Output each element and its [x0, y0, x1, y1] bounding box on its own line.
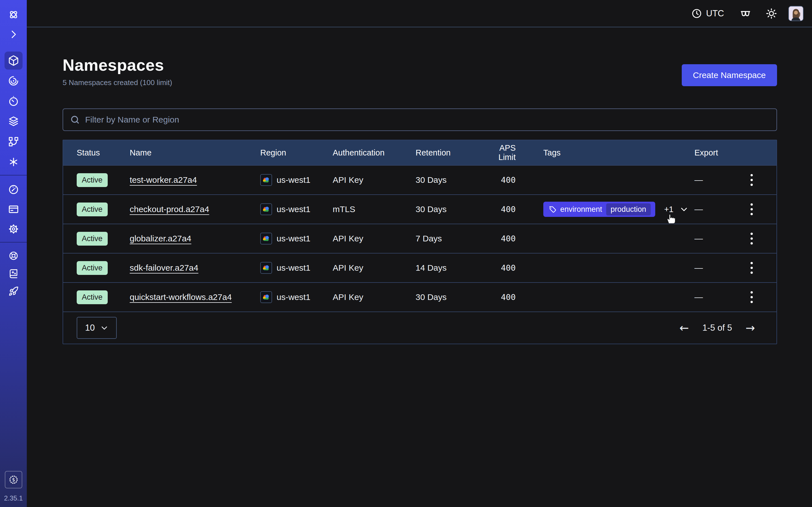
gcp-icon: [260, 291, 272, 303]
chevron-down-icon[interactable]: [680, 205, 688, 214]
billing-card-icon: [8, 204, 19, 215]
app-version: 2.35.1: [0, 494, 27, 502]
status-badge: Active: [77, 203, 108, 216]
theme-toggle-button[interactable]: [765, 7, 778, 20]
book-sparkles-icon: [8, 269, 18, 279]
row-menu-kebab-icon[interactable]: [745, 288, 758, 306]
row-menu-kebab-icon[interactable]: [745, 200, 758, 218]
export-value: —: [695, 175, 737, 185]
table-row: Active checkout-prod.a27a4 us-west1 mTLS…: [63, 194, 776, 224]
gcp-icon: [260, 262, 272, 274]
credits-badge-button[interactable]: $: [5, 471, 22, 489]
status-badge: Active: [77, 232, 108, 245]
cube-icon: [8, 55, 19, 66]
expand-sidebar-chevron-icon[interactable]: [4, 25, 22, 43]
svg-text:$: $: [12, 477, 15, 483]
tags-cell: environment production +1: [543, 202, 695, 217]
filter-bar: [63, 108, 777, 131]
namespaces-table: Status Name Region Authentication Retent…: [63, 140, 777, 344]
sidebar: $ 2.35.1: [0, 0, 27, 507]
page-subtitle: 5 Namespaces created (100 limit): [63, 78, 172, 87]
table-header: Status Name Region Authentication Retent…: [63, 140, 776, 165]
col-status: Status: [77, 148, 130, 158]
region-label: us-west1: [276, 292, 310, 302]
namespace-link[interactable]: test-worker.a27a4: [130, 175, 197, 184]
retention-value: 14 Days: [416, 263, 480, 273]
auth-value: API Key: [333, 263, 416, 273]
sidebar-item-schedules[interactable]: [4, 92, 22, 110]
sidebar-item-billing[interactable]: [4, 200, 22, 218]
sidebar-item-deployments[interactable]: [4, 112, 22, 130]
col-region: Region: [260, 148, 333, 158]
glasses-icon: [740, 8, 751, 19]
retention-value: 7 Days: [416, 234, 480, 243]
page-size-select[interactable]: 10: [77, 317, 117, 339]
sidebar-item-nexus[interactable]: [4, 133, 22, 151]
spiral-icon: [8, 75, 19, 87]
sidebar-item-batch-operations[interactable]: [4, 153, 22, 171]
aps-limit-value: 400: [480, 234, 516, 243]
timezone-label: UTC: [706, 8, 724, 18]
export-value: —: [695, 292, 737, 302]
prev-page-arrow-icon[interactable]: ←: [679, 322, 689, 334]
sidebar-item-workflows[interactable]: [4, 72, 22, 90]
auth-value: mTLS: [333, 205, 416, 214]
col-retention: Retention: [416, 148, 480, 158]
row-menu-kebab-icon[interactable]: [745, 230, 758, 247]
feedback-glasses-button[interactable]: [739, 7, 752, 20]
sidebar-item-support[interactable]: [6, 248, 21, 264]
row-menu-kebab-icon[interactable]: [745, 259, 758, 277]
namespace-link[interactable]: quickstart-workflows.a27a4: [130, 292, 232, 302]
create-namespace-button[interactable]: Create Namespace: [682, 64, 777, 86]
retention-value: 30 Days: [416, 175, 480, 185]
temporal-logo-icon[interactable]: [4, 6, 22, 24]
col-authentication: Authentication: [333, 148, 416, 158]
layers-icon: [8, 116, 19, 127]
asterisk-icon: [8, 156, 19, 168]
export-value: —: [695, 205, 737, 214]
aps-limit-value: 400: [480, 205, 516, 214]
sidebar-item-settings[interactable]: [4, 220, 22, 238]
sidebar-item-getting-started[interactable]: [6, 283, 21, 299]
table-row: Active quickstart-workflows.a27a4 us-wes…: [63, 282, 776, 312]
lifebuoy-icon: [8, 251, 18, 261]
gauge-icon: [8, 184, 19, 195]
sidebar-divider: [0, 175, 27, 175]
sun-icon: [765, 8, 777, 19]
page-title: Namespaces: [63, 55, 172, 74]
region-label: us-west1: [276, 205, 310, 214]
col-name: Name: [130, 148, 260, 158]
main-content: Namespaces 5 Namespaces created (100 lim…: [27, 27, 812, 507]
table-row: Active sdk-failover.a27a4 us-west1 API K…: [63, 253, 776, 282]
rocket-icon: [8, 286, 18, 296]
table-row: Active globalizer.a27a4 us-west1 API Key…: [63, 224, 776, 253]
timezone-selector[interactable]: UTC: [691, 8, 724, 19]
namespace-link[interactable]: checkout-prod.a27a4: [130, 205, 209, 214]
next-page-arrow-icon[interactable]: →: [746, 322, 755, 334]
timer-icon: [8, 96, 19, 107]
namespace-link[interactable]: globalizer.a27a4: [130, 234, 192, 243]
tag-key: environment: [560, 205, 602, 214]
tags-more-count[interactable]: +1: [664, 205, 673, 214]
sidebar-item-docs[interactable]: [6, 266, 21, 281]
topbar: UTC: [27, 0, 812, 27]
sidebar-divider: [0, 242, 27, 242]
aps-limit-value: 400: [480, 175, 516, 185]
gcp-icon: [260, 174, 272, 186]
row-menu-kebab-icon[interactable]: [745, 171, 758, 189]
sidebar-item-namespaces[interactable]: [4, 52, 22, 69]
chevron-down-icon: [100, 324, 108, 332]
retention-value: 30 Days: [416, 292, 480, 302]
col-aps-limit: APS Limit: [480, 144, 516, 162]
user-avatar[interactable]: [788, 6, 804, 21]
sidebar-item-usage[interactable]: [4, 180, 22, 199]
tag-chip[interactable]: environment production: [543, 202, 655, 217]
filter-input[interactable]: [85, 115, 770, 124]
status-badge: Active: [77, 261, 108, 275]
credits-seal-icon: $: [8, 474, 19, 485]
region-label: us-west1: [276, 263, 310, 273]
namespace-link[interactable]: sdk-failover.a27a4: [130, 263, 199, 272]
auth-value: API Key: [333, 292, 416, 302]
auth-value: API Key: [333, 234, 416, 243]
gear-icon: [8, 223, 19, 235]
